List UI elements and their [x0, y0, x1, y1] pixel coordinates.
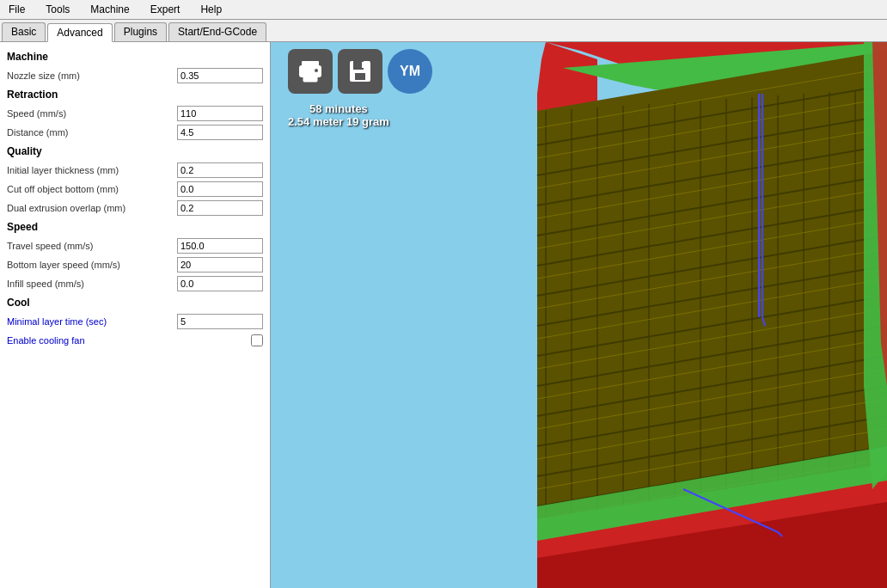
- input-bottom-layer-speed[interactable]: [177, 257, 263, 273]
- print-info: 58 minutes 2.54 meter 19 gram: [288, 102, 389, 128]
- field-retraction-speed: Speed (mm/s): [0, 104, 270, 123]
- tab-plugins[interactable]: Plugins: [114, 22, 167, 41]
- field-enable-cooling-fan: Enable cooling fan: [0, 331, 270, 350]
- input-infill-speed[interactable]: [177, 276, 263, 291]
- tab-basic[interactable]: Basic: [2, 22, 46, 41]
- section-machine-header: Machine: [0, 47, 270, 66]
- section-quality-header: Quality: [0, 142, 270, 161]
- input-retraction-distance[interactable]: [177, 125, 263, 140]
- svg-rect-69: [355, 73, 365, 80]
- viewport[interactable]: YM 58 minutes 2.54 meter 19 gram: [271, 42, 887, 588]
- input-initial-layer[interactable]: [177, 162, 263, 178]
- label-infill-speed: Infill speed (mm/s): [7, 279, 177, 289]
- menu-expert[interactable]: Expert: [145, 2, 186, 17]
- label-travel-speed: Travel speed (mm/s): [7, 241, 177, 251]
- input-travel-speed[interactable]: [177, 238, 263, 254]
- input-nozzle-size[interactable]: [177, 68, 263, 83]
- input-retraction-speed[interactable]: [177, 106, 263, 121]
- field-infill-speed: Infill speed (mm/s): [0, 274, 270, 293]
- input-cut-off-bottom[interactable]: [177, 181, 263, 197]
- menu-bar: File Tools Machine Expert Help: [0, 0, 887, 20]
- svg-rect-65: [303, 74, 317, 82]
- print-time: 58 minutes: [288, 102, 389, 115]
- label-cut-off-bottom: Cut off object bottom (mm): [7, 184, 177, 194]
- field-cut-off-bottom: Cut off object bottom (mm): [0, 180, 270, 199]
- tab-advanced[interactable]: Advanced: [47, 23, 112, 42]
- save-icon-button[interactable]: [338, 49, 382, 94]
- field-retraction-distance: Distance (mm): [0, 123, 270, 142]
- ym-label: YM: [400, 64, 420, 79]
- menu-file[interactable]: File: [3, 2, 30, 17]
- label-minimal-layer-time: Minimal layer time (sec): [7, 316, 177, 327]
- field-initial-layer: Initial layer thickness (mm): [0, 161, 270, 180]
- field-minimal-layer-time: Minimal layer time (sec): [0, 312, 270, 331]
- section-retraction-header: Retraction: [0, 85, 270, 104]
- label-dual-extrusion: Dual extrusion overlap (mm): [7, 203, 177, 213]
- ym-icon-button[interactable]: YM: [388, 49, 432, 94]
- settings-panel: Machine Nozzle size (mm) Retraction Spee…: [0, 42, 271, 588]
- tab-start-end-gcode[interactable]: Start/End-GCode: [168, 22, 266, 41]
- section-cool-header: Cool: [0, 293, 270, 312]
- field-nozzle-size: Nozzle size (mm): [0, 66, 270, 85]
- svg-point-66: [315, 69, 318, 72]
- label-retraction-speed: Speed (mm/s): [7, 108, 177, 119]
- menu-help[interactable]: Help: [195, 2, 227, 17]
- field-travel-speed: Travel speed (mm/s): [0, 236, 270, 255]
- label-nozzle-size: Nozzle size (mm): [7, 70, 177, 81]
- svg-rect-70: [362, 62, 365, 68]
- toolbar-icons: YM: [288, 49, 432, 94]
- label-initial-layer: Initial layer thickness (mm): [7, 165, 177, 175]
- label-enable-cooling-fan: Enable cooling fan: [7, 335, 251, 346]
- input-minimal-layer-time[interactable]: [177, 314, 263, 329]
- menu-machine[interactable]: Machine: [85, 2, 134, 17]
- main-layout: Machine Nozzle size (mm) Retraction Spee…: [0, 42, 887, 588]
- field-bottom-layer-speed: Bottom layer speed (mm/s): [0, 255, 270, 274]
- menu-tools[interactable]: Tools: [40, 2, 75, 17]
- label-retraction-distance: Distance (mm): [7, 127, 177, 138]
- tab-bar: Basic Advanced Plugins Start/End-GCode: [0, 20, 887, 42]
- label-bottom-layer-speed: Bottom layer speed (mm/s): [7, 260, 177, 270]
- print-icon-button[interactable]: [288, 49, 333, 94]
- print-material: 2.54 meter 19 gram: [288, 115, 389, 128]
- field-dual-extrusion: Dual extrusion overlap (mm): [0, 199, 270, 217]
- section-speed-header: Speed: [0, 217, 270, 236]
- input-dual-extrusion[interactable]: [177, 200, 263, 216]
- checkbox-enable-cooling-fan[interactable]: [251, 334, 263, 346]
